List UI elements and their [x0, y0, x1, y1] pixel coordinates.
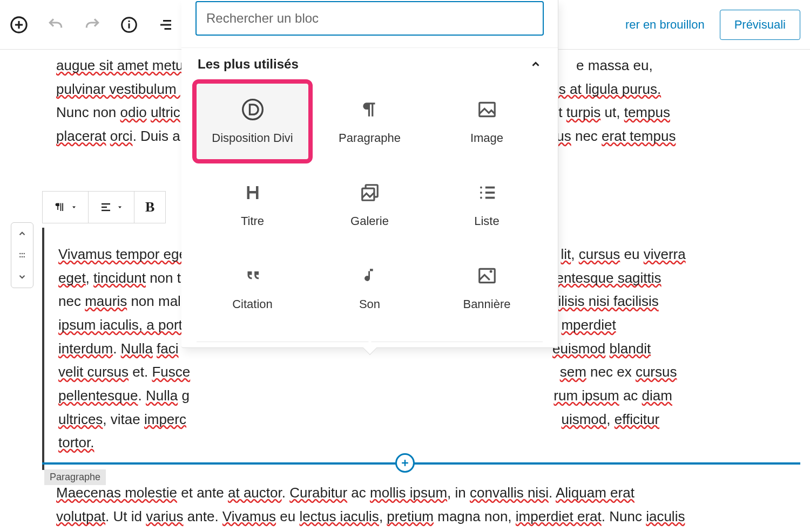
svg-point-26: [480, 187, 482, 189]
divi-icon: [241, 98, 265, 121]
svg-point-10: [22, 253, 23, 254]
text-fragment: Nunc non odio ultric: [56, 104, 180, 120]
heading-icon: [241, 181, 265, 204]
text-fragment: t turpis ut, tempus: [558, 104, 670, 120]
block-item-heading[interactable]: Titre: [197, 167, 308, 242]
paragraph-icon: [358, 98, 382, 121]
text-fragment: eget, tincidunt non t: [58, 270, 181, 286]
search-input[interactable]: [195, 1, 544, 36]
toolbar-right-group: rer en brouillon Prévisuali: [625, 10, 800, 40]
outline-icon[interactable]: [157, 16, 175, 34]
text-fragment: ultrices, vitae imperc: [58, 411, 186, 427]
drag-handle-icon[interactable]: [11, 244, 33, 266]
text-fragment: ilisis nisi facilisis: [558, 293, 658, 309]
block-label: Paragraphe: [339, 131, 401, 145]
svg-point-9: [19, 253, 21, 254]
svg-point-13: [22, 256, 23, 257]
svg-point-5: [128, 20, 130, 22]
preview-button[interactable]: Prévisuali: [720, 10, 800, 40]
text-fragment: augue sit amet metus: [56, 57, 191, 73]
most-used-section-header[interactable]: Les plus utilisés: [181, 47, 558, 77]
save-draft-button[interactable]: rer en brouillon: [625, 18, 705, 32]
section-title: Les plus utilisés: [198, 57, 299, 72]
text-fragment: e massa eu,: [576, 57, 653, 73]
block-item-gallery[interactable]: Galerie: [314, 167, 426, 242]
chevron-up-icon: [530, 58, 542, 70]
bold-button[interactable]: B: [134, 192, 165, 223]
block-type-button[interactable]: [43, 192, 89, 223]
text-fragment: Maecenas molestie et ante at auctor. Cur…: [56, 485, 634, 501]
image-icon: [475, 98, 499, 121]
text-fragment: volutpat. Ut id varius ante. Vivamus eu …: [56, 508, 685, 524]
text-fragment: tortor.: [58, 434, 94, 451]
block-item-audio[interactable]: Son: [314, 250, 426, 325]
text-fragment: nec mauris non mal: [58, 293, 181, 309]
block-label: Son: [359, 297, 380, 311]
block-label: Image: [470, 131, 503, 145]
text-fragment: pulvinar vestibulum: [56, 81, 180, 97]
move-up-icon[interactable]: [11, 223, 33, 244]
text-fragment: is at ligula purus.: [556, 81, 661, 97]
quote-icon: [241, 264, 265, 288]
block-label: Titre: [241, 214, 264, 228]
text-fragment: placerat orci. Duis a: [56, 128, 184, 144]
block-label: Disposition Divi: [212, 131, 293, 145]
block-item-cover[interactable]: Bannière: [431, 250, 543, 325]
svg-point-22: [242, 100, 262, 120]
svg-point-14: [24, 256, 25, 257]
block-item-list[interactable]: Liste: [431, 167, 543, 242]
text-fragment: entesque sagittis: [556, 270, 661, 286]
text-fragment: Vivamus tempor ege: [58, 246, 187, 262]
block-inserter-popover: Les plus utilisés Disposition Divi Parag…: [181, 0, 558, 348]
block-item-quote[interactable]: Citation: [197, 250, 308, 325]
svg-marker-19: [118, 207, 122, 209]
popover-footer-divider: [197, 342, 543, 342]
text-fragment: lit, cursus eu viverra: [561, 246, 685, 262]
paragraph-block[interactable]: Maecenas molestie et ante at auctor. Cur…: [0, 481, 810, 528]
text-fragment: euismod blandit: [552, 340, 651, 357]
text-fragment: rum ipsum ac diam: [554, 387, 672, 404]
text-fragment: uismod, efficitur: [561, 411, 659, 427]
text-fragment: ipsum iaculis, a portt: [58, 317, 186, 333]
block-toolbar: B: [42, 191, 166, 223]
undo-icon[interactable]: [46, 16, 65, 34]
text-fragment: mperdiet: [561, 317, 616, 333]
text-fragment: sem nec ex cursus: [560, 364, 677, 380]
block-insertion-line: [42, 462, 800, 465]
gallery-icon: [358, 181, 382, 204]
svg-marker-15: [72, 207, 76, 209]
cover-icon: [475, 264, 499, 288]
insert-block-button[interactable]: [395, 453, 415, 473]
align-button[interactable]: [89, 192, 134, 223]
audio-icon: [358, 264, 382, 288]
info-icon[interactable]: [120, 16, 138, 34]
text-fragment: pellentesque. Nulla g: [58, 387, 190, 404]
text-fragment: interdum. Nulla faci: [58, 340, 179, 357]
svg-rect-32: [479, 269, 495, 282]
svg-point-28: [480, 192, 482, 194]
block-item-paragraph[interactable]: Paragraphe: [314, 84, 426, 159]
list-icon: [475, 181, 499, 204]
redo-icon[interactable]: [83, 16, 102, 34]
svg-point-30: [480, 197, 482, 199]
move-down-icon[interactable]: [11, 266, 33, 288]
bold-label: B: [145, 199, 154, 215]
toolbar-left-group: [10, 16, 175, 34]
block-label: Citation: [232, 297, 273, 311]
svg-point-12: [19, 256, 21, 257]
text-fragment: us nec erat tempus: [556, 128, 676, 144]
text-fragment: velit cursus et. Fusce: [58, 364, 190, 380]
block-label: Liste: [474, 214, 499, 228]
add-block-icon[interactable]: [10, 16, 28, 34]
block-item-divi[interactable]: Disposition Divi: [197, 84, 308, 159]
svg-point-11: [24, 253, 25, 254]
block-grid: Disposition Divi Paragraphe Image Titre: [181, 77, 558, 342]
block-mover: [11, 222, 33, 288]
block-label: Bannière: [463, 297, 510, 311]
svg-rect-23: [479, 103, 495, 116]
block-label: Galerie: [350, 214, 389, 228]
block-item-image[interactable]: Image: [431, 84, 543, 159]
